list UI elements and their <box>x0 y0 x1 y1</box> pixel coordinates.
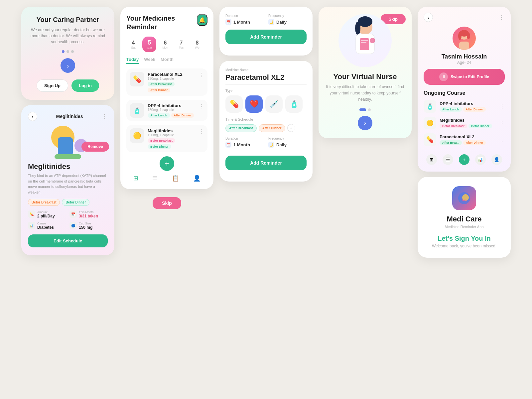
type-icon-capsule[interactable]: ❤️ <box>245 95 263 113</box>
app-logo <box>452 186 476 210</box>
card-virtual-nurse: Skip Your Virtual Nurse It is very diffi… <box>319 7 412 138</box>
time-tag-after-dinner[interactable]: After Dinner <box>259 124 285 132</box>
footer-icon-profile[interactable]: 👤 <box>491 154 502 165</box>
svg-rect-7 <box>361 42 366 43</box>
footer-icon-add[interactable]: + <box>459 154 469 165</box>
course-more-dpp4[interactable]: ⋮ <box>499 103 505 110</box>
tab-today[interactable]: Today <box>126 57 139 64</box>
course-more-megli[interactable]: ⋮ <box>499 120 505 126</box>
add-reminder-button-top[interactable]: Add Reminder <box>225 30 307 44</box>
edit-schedule-button[interactable]: Edit Schedule <box>28 234 108 247</box>
med-tags-dpp4: After Lunch After Dinner <box>148 113 196 118</box>
card-signin: Medi Care Medicine Reminder App Let's Si… <box>418 177 511 258</box>
remove-button[interactable]: Remove <box>81 142 109 152</box>
course-info-dpp4: DPP-4 inhibitors After Lunch After Dinne… <box>440 101 496 112</box>
type-icon-injection[interactable]: 💉 <box>265 95 283 113</box>
ctag-after-brea: After Brea... <box>440 140 462 145</box>
med-more-icon-2[interactable]: ⋮ <box>199 103 204 109</box>
bell-icon: 🔔 <box>199 17 205 23</box>
blue-rect <box>58 137 73 156</box>
swipe-icon: ⏸ <box>439 72 448 81</box>
add-reminder-button-form[interactable]: Add Reminder <box>225 156 307 170</box>
nav-list[interactable]: ☰ <box>152 175 158 182</box>
med-icon-megli: 🟡 <box>130 128 144 143</box>
type-icon-tablet[interactable]: 💊 <box>225 95 243 113</box>
time-tag-after-breakfast[interactable]: After Breakfast <box>225 124 257 132</box>
cap-value: 150 mg <box>79 225 92 230</box>
stat-this-month: 📅 This Month 3/31 taken <box>69 210 108 218</box>
nav-home[interactable]: ⊞ <box>133 175 138 182</box>
profile-age: Age- 24 <box>424 60 505 65</box>
card-medicines-reminder: Your Medicines Reminder 🔔 4 Sat 5 Sun 6 … <box>120 7 213 189</box>
frequency-icon-2: 🌙 <box>268 142 274 148</box>
profile-more-icon[interactable]: ⋮ <box>499 14 505 21</box>
med-more-icon[interactable]: ⋮ <box>199 72 204 78</box>
frequency-text-2: Daily <box>276 142 287 147</box>
swipe-edit-button[interactable]: ⏸ Swipe to Edit Profile <box>424 69 505 85</box>
nav-calendar[interactable]: 📋 <box>172 175 179 182</box>
list-item: 💊 Paracetamol XL2 150mg, 1 capsule After… <box>126 68 207 96</box>
footer-icon-grid[interactable]: ⊞ <box>426 154 437 165</box>
course-icon-para: 💊 <box>424 133 436 146</box>
next-button[interactable]: › <box>61 58 75 73</box>
medicine-name-display: Paracetamol XL2 <box>225 73 307 85</box>
nav-profile[interactable]: 👤 <box>193 175 200 182</box>
date-mon[interactable]: 6 Mon <box>158 37 172 52</box>
frequency-value: 🌙 Daily <box>268 19 307 25</box>
date-sat[interactable]: 4 Sat <box>126 37 140 52</box>
date-we[interactable]: 8 We <box>190 37 204 52</box>
tab-month[interactable]: Month <box>161 57 174 64</box>
med-dose-megli: 150mg, 1 capsule <box>148 133 196 137</box>
dot-2 <box>66 50 69 53</box>
nurse-dots <box>325 108 406 111</box>
signup-button[interactable]: Sign Up <box>37 79 68 92</box>
add-medicine-button[interactable]: + <box>160 156 174 171</box>
duration-label: Duration <box>225 14 264 18</box>
footer-icon-chart[interactable]: 📊 <box>475 154 486 165</box>
skip-button-bottom[interactable]: Skip <box>153 197 181 209</box>
reminder-header: Your Medicines Reminder 🔔 <box>126 14 207 31</box>
tag-after-breakfast: After Breakfast <box>148 82 175 86</box>
login-button[interactable]: Log in <box>71 79 99 92</box>
med-tags-megli: Befor Breakfast Befor Dinner <box>148 138 196 149</box>
duration-icon: 📅 <box>225 19 231 25</box>
course-icon-dpp4: 🧴 <box>424 100 436 113</box>
med-name-paracetamol: Paracetamol XL2 <box>148 72 196 77</box>
ind-dot-2 <box>368 108 371 111</box>
stat-amount: 💊 Amount 2 pill/Day <box>28 210 66 218</box>
swipe-label: Swipe to Edit Profile <box>451 74 489 79</box>
card-caring-partner: Your Caring Partner We are not your regu… <box>21 7 114 100</box>
more-options-icon[interactable]: ⋮ <box>102 113 108 120</box>
med-tags-paracetamol: After Breakfast After Dinner <box>148 82 196 92</box>
svg-point-4 <box>370 38 375 43</box>
amount-label: Amount <box>37 210 55 214</box>
frequency-col: Frequency 🌙 Daily <box>268 14 307 25</box>
date-sun[interactable]: 5 Sun <box>142 37 156 52</box>
reminder-title: Your Medicines Reminder <box>126 14 197 31</box>
course-item-dpp4: 🧴 DPP-4 inhibitors After Lunch After Din… <box>424 100 505 113</box>
svg-point-11 <box>467 33 470 39</box>
footer-icon-list[interactable]: ☰ <box>443 154 453 165</box>
med-more-icon-3[interactable]: ⋮ <box>199 128 204 135</box>
nurse-next-button[interactable]: › <box>358 116 372 130</box>
amount-icon: 💊 <box>28 210 35 218</box>
ongoing-title: Ongoing Course <box>424 90 505 96</box>
med-info-dpp4: DPP-4 inhibitors 150mg, 1 capsule After … <box>148 103 196 118</box>
course-info-megli: Meglitinides Befor Breakfast Befor Dinne… <box>440 118 496 128</box>
bell-button[interactable]: 🔔 <box>197 14 207 26</box>
tab-week[interactable]: Week <box>144 57 155 64</box>
back-button[interactable]: ‹ <box>28 112 37 121</box>
med-icon-dpp4: 🧴 <box>130 103 144 118</box>
course-more-para[interactable]: ⋮ <box>499 137 505 143</box>
frequency-value-2: 🌙 Daily <box>268 142 307 148</box>
svg-point-2 <box>355 22 360 35</box>
ctag-befor-dinner: Befor Dinner <box>468 124 492 128</box>
duration-col: Duration 📅 1 Month <box>225 14 264 25</box>
type-icon-liquid[interactable]: 🧴 <box>285 95 303 113</box>
date-tus[interactable]: 7 Tus <box>174 37 188 52</box>
med-dose-dpp4: 150mg, 1 capsule <box>148 108 196 112</box>
med-dose-paracetamol: 150mg, 1 capsule <box>148 77 196 80</box>
panel-virtual-nurse: Skip Your Virtual Nurse It is very diffi… <box>319 7 412 138</box>
add-time-button[interactable]: + <box>287 124 295 132</box>
profile-back-button[interactable]: ‹ <box>424 13 433 22</box>
